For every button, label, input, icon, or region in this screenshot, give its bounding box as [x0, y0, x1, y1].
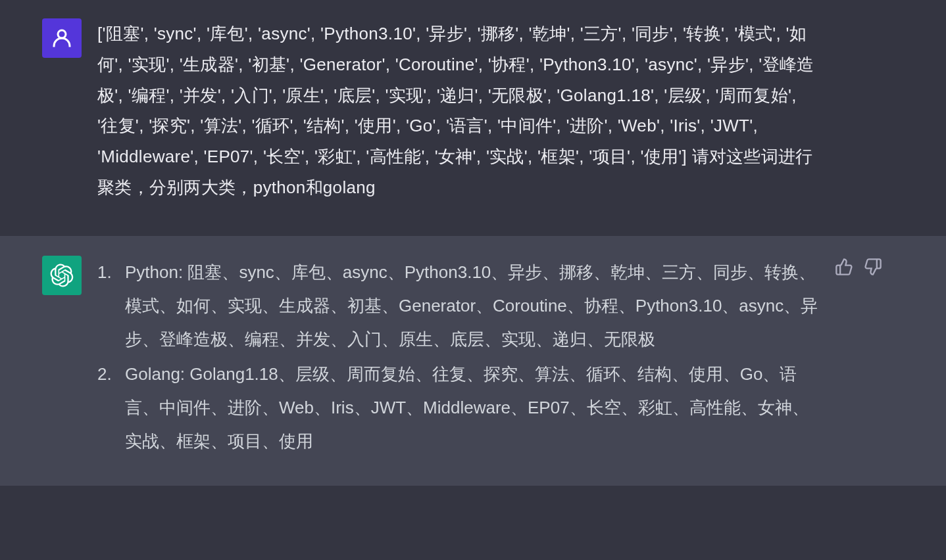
user-message-row: ['阻塞', 'sync', '库包', 'async', 'Python3.1… — [0, 0, 946, 236]
feedback-buttons — [834, 256, 883, 459]
user-icon — [50, 26, 74, 50]
thumbs-up-button[interactable] — [834, 257, 854, 277]
user-avatar — [42, 18, 82, 58]
user-message-content: ['阻塞', 'sync', '库包', 'async', 'Python3.1… — [97, 18, 821, 203]
svg-point-0 — [58, 30, 66, 38]
assistant-content-wrapper: Python: 阻塞、sync、库包、async、Python3.10、异步、挪… — [97, 256, 904, 459]
list-item: Golang: Golang1.18、层级、周而复始、往复、探究、算法、循环、结… — [97, 358, 821, 458]
assistant-message-row: Python: 阻塞、sync、库包、async、Python3.10、异步、挪… — [0, 236, 946, 486]
openai-icon — [50, 264, 74, 287]
thumbs-down-button[interactable] — [863, 257, 883, 277]
list-item: Python: 阻塞、sync、库包、async、Python3.10、异步、挪… — [97, 256, 821, 356]
thumbs-down-icon — [864, 258, 882, 276]
assistant-response-list: Python: 阻塞、sync、库包、async、Python3.10、异步、挪… — [97, 256, 821, 458]
assistant-message-content: Python: 阻塞、sync、库包、async、Python3.10、异步、挪… — [97, 256, 821, 459]
thumbs-up-icon — [835, 258, 853, 276]
assistant-avatar — [42, 256, 82, 295]
